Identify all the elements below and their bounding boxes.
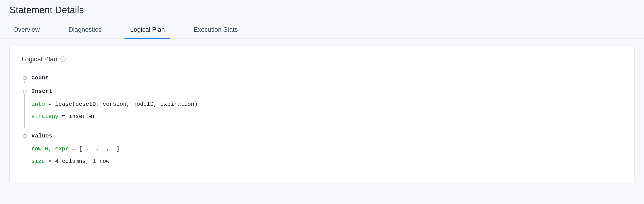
plan-detail-value: lease(descID, version, nodeID, expiratio… bbox=[55, 101, 198, 107]
plan-detail-eq: = bbox=[45, 101, 55, 107]
plan-detail-eq: = bbox=[45, 158, 55, 165]
plan-tree: Count Insert into = lease(descID, versio… bbox=[22, 75, 622, 171]
plan-detail-key: strategy bbox=[31, 113, 58, 120]
plan-detail: strategy = inserter bbox=[31, 112, 622, 121]
panel-header: Logical Plan i bbox=[22, 55, 622, 63]
plan-detail-value: inserter bbox=[68, 113, 96, 120]
logical-plan-panel: Logical Plan i Count Insert into = lease… bbox=[10, 46, 634, 183]
plan-node-title: Values bbox=[31, 133, 622, 140]
plan-detail-eq: = bbox=[68, 146, 79, 152]
plan-detail: size = 4 columns, 1 row bbox=[31, 157, 622, 166]
plan-node-body: into = lease(descID, version, nodeID, ex… bbox=[31, 100, 622, 126]
plan-detail-key: row 0, expr bbox=[31, 146, 68, 152]
plan-detail-key: size bbox=[31, 158, 45, 165]
page-title: Statement Details bbox=[0, 0, 644, 22]
plan-detail: into = lease(descID, version, nodeID, ex… bbox=[31, 100, 622, 109]
plan-node-title: Insert bbox=[31, 88, 622, 95]
tab-logical-plan[interactable]: Logical Plan bbox=[126, 22, 168, 39]
tab-overview[interactable]: Overview bbox=[10, 22, 44, 39]
plan-node-insert: Insert into = lease(descID, version, nod… bbox=[22, 88, 622, 126]
plan-detail-value: 4 columns, 1 row bbox=[55, 158, 110, 165]
plan-detail-value: [_, _, _, _] bbox=[79, 146, 120, 152]
plan-node-title: Count bbox=[31, 75, 622, 82]
panel-title: Logical Plan bbox=[22, 55, 58, 63]
plan-node-values: Values row 0, expr = [_, _, _, _] size =… bbox=[22, 133, 622, 171]
plan-detail-key: into bbox=[31, 101, 45, 107]
plan-detail-eq: = bbox=[58, 113, 68, 120]
tab-execution-stats[interactable]: Execution Stats bbox=[190, 22, 242, 39]
info-icon[interactable]: i bbox=[60, 56, 66, 62]
tabs-bar: Overview Diagnostics Logical Plan Execut… bbox=[0, 22, 644, 39]
plan-node-body: row 0, expr = [_, _, _, _] size = 4 colu… bbox=[31, 144, 622, 171]
plan-detail: row 0, expr = [_, _, _, _] bbox=[31, 144, 622, 154]
tab-diagnostics[interactable]: Diagnostics bbox=[65, 22, 105, 39]
plan-node-count: Count bbox=[22, 75, 622, 82]
